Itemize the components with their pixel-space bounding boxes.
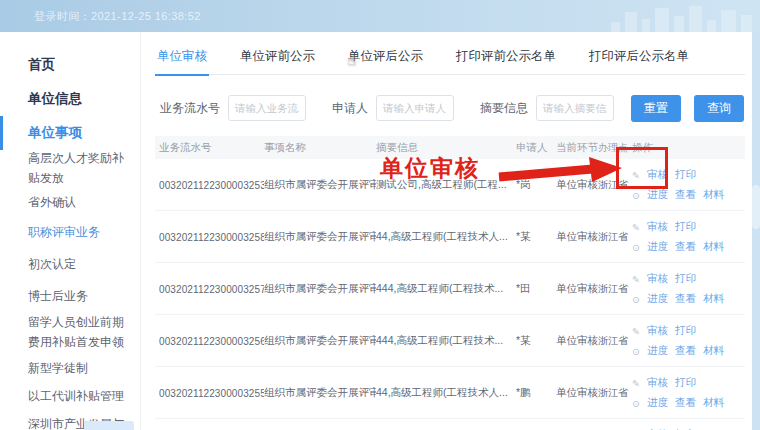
annotation-highlight-box xyxy=(616,147,668,189)
table-row: 0032021122300003258 组织市属评委会开展评审... 44,高级… xyxy=(155,211,745,263)
cell-office: 浙江省 xyxy=(598,334,632,348)
sidebar-item-unit-matters[interactable]: 单位事项 ∨ xyxy=(28,124,140,142)
table-row: 0032021122300003257 组织市属评委会开展评审... 444,高… xyxy=(155,263,745,315)
progress-link[interactable]: 进度 xyxy=(647,396,668,410)
cell-step: 单位审核 xyxy=(556,282,598,296)
cell-serial: 0032021122300003257 xyxy=(159,284,264,295)
sidebar-item-out-province-confirm[interactable]: 省外确认 xyxy=(28,192,128,212)
cell-summary: 444,高级工程师(工程技术... xyxy=(376,334,516,348)
cell-step: 单位审核 xyxy=(556,334,598,348)
sidebar-item-apprenticeship[interactable]: 新型学徒制 xyxy=(28,358,128,378)
cell-applicant: *某 xyxy=(516,230,556,244)
tab-print-post-list[interactable]: 打印评后公示名单 xyxy=(587,44,691,74)
active-indicator-bar xyxy=(0,116,3,150)
sidebar-item-overseas-startup-subsidy[interactable]: 留学人员创业前期费用补贴首发申领 xyxy=(28,312,128,352)
print-link[interactable]: 打印 xyxy=(675,324,696,338)
cell-serial: 0032021122300003255 xyxy=(159,388,264,399)
filter-bar: 业务流水号 申请人 摘要信息 重置 查询 xyxy=(160,94,744,122)
tab-post-publicity[interactable]: 单位评后公示 xyxy=(346,44,425,74)
print-link[interactable]: 打印 xyxy=(675,376,696,390)
view-link[interactable]: 查看 xyxy=(675,240,696,254)
progress-icon: ⊙ xyxy=(632,190,640,201)
edit-icon: ✎ xyxy=(632,326,640,337)
reset-button[interactable]: 重置 xyxy=(631,95,681,122)
tab-bar: 单位审核 单位评前公示 ☝ 单位评后公示 打印评前公示名单 打印评后公示名单 xyxy=(155,44,745,75)
tab-print-pre-list[interactable]: 打印评前公示名单 xyxy=(454,44,558,74)
sidebar-item-postdoc[interactable]: 博士后业务 xyxy=(28,286,128,306)
edit-icon: ✎ xyxy=(632,222,640,233)
progress-icon: ⊙ xyxy=(632,242,640,253)
cell-actions: ✎审核打印 ⊙进度查看材料 xyxy=(632,419,745,430)
table-body: 0032021122300003253 组织市属评委会开展评审... 测试公司,… xyxy=(155,159,745,398)
sidebar-item-home[interactable]: 首页 xyxy=(28,56,140,74)
query-button[interactable]: 查询 xyxy=(694,95,744,122)
cell-matter: 组织市属评委会开展评审... xyxy=(264,178,376,192)
header-serial: 业务流水号 xyxy=(159,141,264,155)
cell-summary: 444,高级工程师(工程技术... xyxy=(376,282,516,296)
sidebar-item-title-review[interactable]: 职称评审业务 xyxy=(28,222,128,242)
summary-input[interactable] xyxy=(536,95,614,121)
audit-link[interactable]: 审核 xyxy=(647,220,668,234)
cell-office: 浙江省 xyxy=(598,230,632,244)
topbar: 登录时间：2021-12-25 16:38:52 xyxy=(0,0,760,32)
cell-matter: 组织市属评委会开展评审... xyxy=(264,334,376,348)
summary-label: 摘要信息 xyxy=(480,100,528,117)
cell-applicant: *鹏 xyxy=(516,386,556,400)
scrollbar-thumb[interactable] xyxy=(752,185,760,229)
cell-serial: 0032021122300003253 xyxy=(159,180,264,191)
cell-summary: 44,高级工程师(工程技术人... xyxy=(376,230,516,244)
audit-link[interactable]: 审核 xyxy=(647,272,668,286)
material-link[interactable]: 材料 xyxy=(703,344,724,358)
applicant-label: 申请人 xyxy=(332,100,368,117)
cell-applicant: *某 xyxy=(516,334,556,348)
view-link[interactable]: 查看 xyxy=(675,344,696,358)
audit-link[interactable]: 审核 xyxy=(647,324,668,338)
table-row: 0032021122300003255 组织市属评委会开展评审... 44,高级… xyxy=(155,367,745,419)
sidebar-item-unit-info[interactable]: 单位信息 xyxy=(28,90,140,108)
progress-link[interactable]: 进度 xyxy=(647,344,668,358)
progress-link[interactable]: 进度 xyxy=(647,240,668,254)
annotation-label: 单位审核 xyxy=(380,153,480,184)
sidebar-item-training-subsidy[interactable]: 以工代训补贴管理 xyxy=(28,386,128,406)
progress-icon: ⊙ xyxy=(632,398,640,409)
view-link[interactable]: 查看 xyxy=(675,292,696,306)
sidebar: 首页 单位信息 单位事项 ∨ 高层次人才奖励补贴发放 省外确认 职称评审业务 初… xyxy=(0,32,141,430)
annotation-arrow xyxy=(497,155,623,185)
applicant-input[interactable] xyxy=(376,95,454,121)
sidebar-partial-item[interactable] xyxy=(84,421,134,430)
print-link[interactable]: 打印 xyxy=(675,272,696,286)
cell-serial: 0032021122300003256 xyxy=(159,336,264,347)
cell-step: 单位审核 xyxy=(556,386,598,400)
cell-actions: ✎审核打印 ⊙进度查看材料 xyxy=(632,367,745,419)
print-link[interactable]: 打印 xyxy=(675,220,696,234)
audit-link[interactable]: 审核 xyxy=(647,376,668,390)
view-link[interactable]: 查看 xyxy=(675,396,696,410)
view-link[interactable]: 查看 xyxy=(675,188,696,202)
print-link[interactable]: 打印 xyxy=(675,168,696,182)
material-link[interactable]: 材料 xyxy=(703,292,724,306)
edit-icon: ✎ xyxy=(632,274,640,285)
material-link[interactable]: 材料 xyxy=(703,240,724,254)
tab-unit-audit[interactable]: 单位审核 xyxy=(155,44,209,76)
tab-pre-publicity[interactable]: 单位评前公示 ☝ xyxy=(238,44,317,74)
cell-serial: 0032021122300003258 xyxy=(159,232,264,243)
serial-input[interactable] xyxy=(228,95,306,121)
progress-link[interactable]: 进度 xyxy=(647,292,668,306)
sidebar-item-first-recognition[interactable]: 初次认定 xyxy=(28,254,128,274)
cell-actions: ✎审核打印 ⊙进度查看材料 xyxy=(632,211,745,263)
login-time-text: 登录时间：2021-12-25 16:38:52 xyxy=(34,9,201,24)
edit-icon: ✎ xyxy=(632,378,640,389)
progress-link[interactable]: 进度 xyxy=(647,188,668,202)
material-link[interactable]: 材料 xyxy=(703,396,724,410)
serial-label: 业务流水号 xyxy=(160,100,220,117)
progress-icon: ⊙ xyxy=(632,294,640,305)
material-link[interactable]: 材料 xyxy=(703,188,724,202)
table-row-partial: ✎审核打印 ⊙进度查看材料 xyxy=(155,419,745,430)
cell-summary: 44,高级工程师(工程技术人... xyxy=(376,386,516,400)
sidebar-item-talent-subsidy[interactable]: 高层次人才奖励补贴发放 xyxy=(28,148,128,188)
header-matter: 事项名称 xyxy=(264,141,376,155)
cell-actions: ✎审核打印 ⊙进度查看材料 xyxy=(632,315,745,367)
cell-matter: 组织市属评委会开展评审... xyxy=(264,386,376,400)
cell-step: 单位审核 xyxy=(556,230,598,244)
city-skyline-decoration xyxy=(528,0,758,32)
